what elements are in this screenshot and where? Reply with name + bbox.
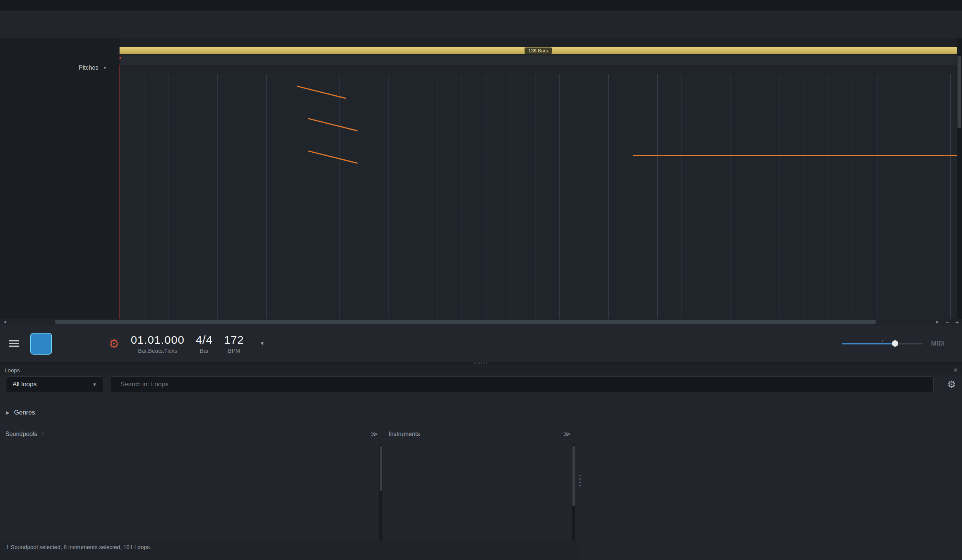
instruments-header: Instruments ≫	[388, 428, 575, 441]
timeline-ruler[interactable]	[119, 55, 957, 65]
meter-display: 4/4 Bar	[196, 333, 213, 354]
loops-content: ▶ Genres Soundpools ≡ ≫ Instruments ≫	[0, 401, 962, 560]
automation-curve[interactable]	[308, 118, 358, 132]
pitches-dropdown[interactable]: Pitches ▾	[79, 64, 107, 71]
instruments-list	[388, 443, 570, 541]
loop-category-value: All loops	[13, 381, 37, 388]
record-settings-icon[interactable]: ⚙	[109, 336, 119, 351]
loop-range-bar[interactable]: 138 Bars	[119, 47, 957, 54]
instruments-header-label: Instruments	[388, 431, 420, 438]
loops-filter-row: All loops ▼ ⚙	[0, 375, 962, 394]
loops-panel-titlebar: Loops ×	[0, 365, 962, 375]
transport-right-group: MIDI	[842, 340, 953, 348]
deselect-all-icon[interactable]: ≫	[371, 430, 377, 438]
clip-grid[interactable]	[119, 74, 957, 319]
tempo-display[interactable]: 172 BPM	[224, 333, 244, 354]
loops-settings-icon[interactable]: ⚙	[947, 380, 956, 389]
vertical-scrollbar[interactable]	[957, 38, 962, 319]
soundpools-header-label: Soundpools	[5, 431, 37, 438]
loop-category-dropdown[interactable]: All loops ▼	[6, 377, 103, 392]
soundpools-grid	[5, 443, 376, 541]
instruments-column: Instruments ≫	[388, 428, 575, 541]
loops-search-input[interactable]	[120, 381, 928, 388]
chevron-down-icon: ▾	[104, 65, 106, 71]
zoom-in-button[interactable]: +	[952, 319, 962, 325]
automation-curve[interactable]	[308, 150, 358, 164]
pitches-label: Pitches	[79, 64, 98, 71]
genres-label: Genres	[14, 409, 35, 417]
soundpools-header: Soundpools ≡ ≫	[5, 428, 383, 441]
arranger: Pitches ▾ 138 Bars ▼	[0, 38, 962, 319]
soundpools-column: Soundpools ≡ ≫	[5, 428, 383, 541]
slider-fill	[842, 343, 892, 344]
instruments-scrollbar[interactable]	[572, 444, 575, 541]
playhead[interactable]	[119, 65, 120, 319]
scrollbar-track[interactable]	[10, 320, 933, 324]
position-unit: Bar.Beats.Ticks	[131, 348, 184, 354]
meter-unit: Bar	[196, 348, 213, 354]
timeline[interactable]: 138 Bars ▼	[119, 38, 957, 319]
soundpools-scrollbar[interactable]	[379, 444, 383, 541]
close-panel-icon[interactable]: ×	[953, 366, 957, 374]
loops-panel: Loops × All loops ▼ ⚙ ▶ Genres	[0, 365, 962, 560]
scroll-left-icon[interactable]: ◄	[0, 320, 10, 324]
tempo-value: 172	[224, 333, 244, 346]
vertical-scrollbar-thumb[interactable]	[957, 56, 961, 128]
position-display: 01.01.000 Bar.Beats.Ticks	[131, 333, 184, 354]
clip-marker-row	[119, 65, 957, 74]
midi-indicator: MIDI	[931, 340, 945, 348]
zoom-out-button[interactable]: −	[943, 319, 952, 325]
loops-panel-title: Loops	[5, 367, 20, 373]
panel-splitter[interactable]	[578, 401, 582, 560]
chevron-down-icon: ▼	[260, 341, 265, 346]
loop-list-header	[585, 403, 962, 417]
music-maker-window: Pitches ▾ 138 Bars ▼ ◄	[0, 0, 962, 560]
track-header-column: Pitches ▾	[0, 38, 119, 319]
slider-handle[interactable]	[892, 340, 898, 347]
total-bars-badge: 138 Bars	[525, 47, 552, 54]
position-value: 01.01.000	[131, 333, 184, 346]
horizontal-scrollbar[interactable]: ◄ ► − +	[0, 319, 962, 325]
playhead-marker[interactable]: ▼	[119, 55, 122, 61]
soundpools-scrollbar-thumb[interactable]	[380, 446, 382, 491]
loop-list	[585, 401, 962, 560]
automation-line[interactable]	[633, 155, 957, 156]
genres-section-toggle[interactable]: ▶ Genres	[6, 409, 35, 417]
master-volume-slider[interactable]	[842, 343, 923, 344]
metronome-button[interactable]: ▼	[255, 341, 265, 346]
automation-curve[interactable]	[297, 85, 347, 99]
chevron-down-icon: ▼	[92, 382, 97, 388]
tempo-unit: BPM	[224, 348, 244, 354]
transport-bar: ⚙ 01.01.000 Bar.Beats.Ticks 4/4 Bar 172 …	[0, 325, 962, 362]
chevron-right-icon: ▶	[6, 410, 10, 415]
deselect-all-icon[interactable]: ≫	[563, 430, 570, 438]
main-toolbar	[0, 11, 962, 38]
menu-bar	[0, 0, 962, 11]
sort-icon[interactable]: ≡	[41, 431, 45, 438]
scroll-right-icon[interactable]: ►	[933, 320, 943, 324]
instruments-scrollbar-thumb[interactable]	[573, 446, 575, 506]
status-text: 1 Soundpool selected, 8 instruments sele…	[6, 544, 151, 550]
status-bar: 1 Soundpool selected, 8 instruments sele…	[0, 542, 579, 560]
meter-value: 4/4	[196, 333, 213, 346]
loop-playback-button[interactable]	[30, 333, 52, 355]
loops-search-box[interactable]	[110, 377, 934, 392]
slider-center-tick	[883, 340, 883, 342]
arranger-options-icon[interactable]	[9, 340, 19, 347]
panel-resize-handle[interactable]: ••••••	[0, 362, 962, 365]
scrollbar-thumb[interactable]	[55, 320, 876, 324]
